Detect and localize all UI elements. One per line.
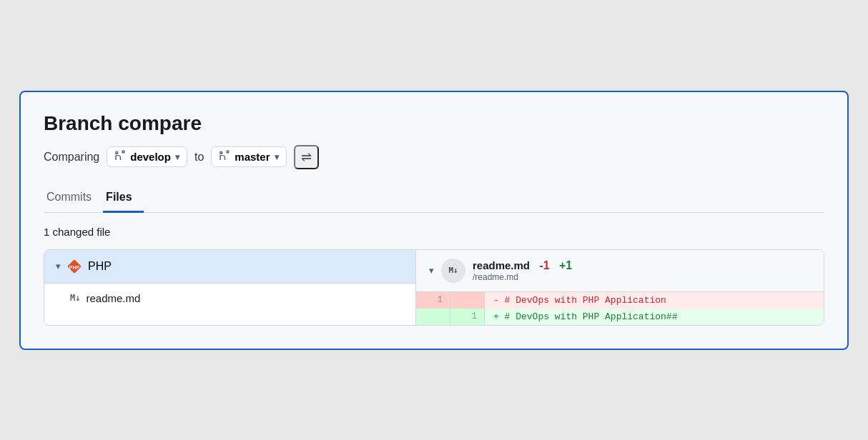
branch-to-selector[interactable]: master ▾ [211, 146, 286, 167]
comparing-label: Comparing [44, 151, 99, 164]
swap-icon: ⇌ [301, 150, 312, 164]
tab-commits[interactable]: Commits [44, 185, 103, 213]
branch-to-name: master [235, 151, 270, 163]
php-diamond-icon: PHP [66, 259, 82, 274]
diff-file-path: /readme.md [473, 272, 572, 282]
diff-line-num-new: 1 [450, 309, 485, 325]
diff-line-content-removed: - # DevOps with PHP Application [485, 292, 824, 309]
diff-line-num-old-empty [416, 309, 450, 325]
tab-files[interactable]: Files [103, 185, 143, 213]
branch-from-chevron: ▾ [175, 152, 179, 162]
branch-compare-window: Branch compare Comparing develop ▾ to ma… [19, 91, 849, 350]
file-badge: M↓ [70, 293, 80, 303]
changed-files-count: 1 changed file [44, 226, 824, 238]
diff-line-num-new-empty [450, 292, 485, 309]
diff-layout: ▾ PHP PHP M↓ readme.md ▾ M↓ [44, 249, 824, 326]
diff-panel: ▾ M↓ readme.md -1 +1 /readme.md [416, 250, 824, 325]
diff-line-num-old: 1 [416, 292, 450, 309]
branch-from-selector[interactable]: develop ▾ [107, 146, 187, 167]
branch-from-icon [114, 150, 126, 164]
file-name: readme.md [86, 292, 140, 304]
diff-stat-minus: -1 [539, 259, 549, 271]
swap-branches-button[interactable]: ⇌ [294, 145, 319, 169]
list-item[interactable]: M↓ readme.md [44, 284, 415, 313]
compare-row: Comparing develop ▾ to master ▾ ⇌ [44, 145, 824, 169]
file-tree-group-name: PHP [88, 260, 112, 273]
to-label: to [194, 151, 204, 164]
branch-from-name: develop [130, 151, 171, 163]
page-title: Branch compare [44, 112, 824, 135]
file-tree-group-header[interactable]: ▾ PHP PHP [44, 250, 415, 284]
diff-line-added: 1 + # DevOps with PHP Application## [416, 309, 824, 325]
tabs-row: Commits Files [44, 185, 824, 213]
diff-file-info: readme.md -1 +1 /readme.md [473, 259, 572, 282]
diff-chevron-icon: ▾ [429, 265, 434, 276]
branch-to-chevron: ▾ [275, 152, 279, 162]
group-chevron-icon: ▾ [56, 261, 61, 271]
diff-file-header: ▾ M↓ readme.md -1 +1 /readme.md [416, 250, 824, 292]
diff-file-icon: M↓ [441, 259, 465, 283]
diff-line-removed: 1 - # DevOps with PHP Application [416, 292, 824, 309]
diff-line-content-added: + # DevOps with PHP Application## [485, 309, 824, 325]
svg-text:PHP: PHP [69, 265, 80, 270]
diff-lines: 1 - # DevOps with PHP Application 1 + # … [416, 292, 824, 325]
diff-stat-plus: +1 [559, 259, 572, 271]
diff-file-name: readme.md [473, 259, 530, 271]
file-tree: ▾ PHP PHP M↓ readme.md [44, 250, 416, 325]
branch-to-icon [219, 150, 230, 164]
